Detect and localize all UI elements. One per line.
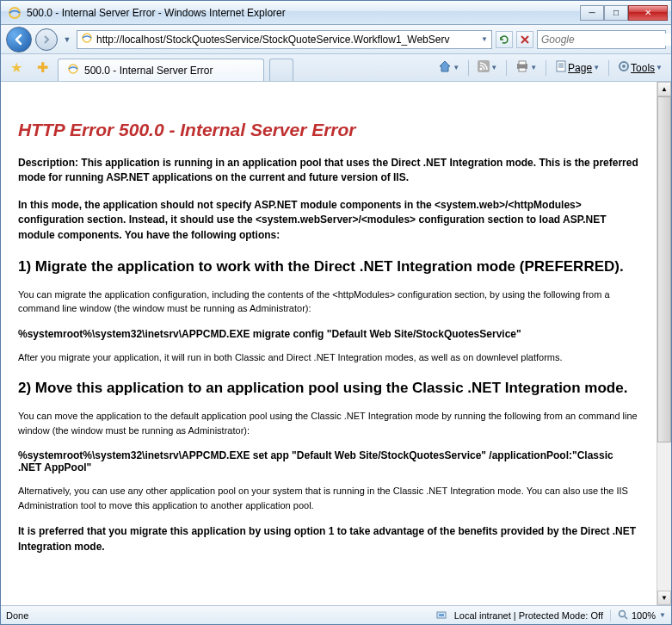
command-bar: ▼ ▼ ▼ Page ▼ bbox=[299, 58, 666, 77]
page-menu-label: Page bbox=[568, 62, 592, 74]
add-favorite-button[interactable]: ✚ bbox=[32, 57, 52, 77]
zoom-value: 100% bbox=[632, 610, 656, 621]
section-2-command: %systemroot%\system32\inetsrv\APPCMD.EXE… bbox=[18, 449, 639, 473]
section-1-command: %systemroot%\system32\inetsrv\APPCMD.EXE… bbox=[18, 328, 639, 340]
svg-rect-9 bbox=[519, 68, 526, 71]
scroll-down-button[interactable]: ▼ bbox=[657, 591, 671, 605]
internet-zone-icon bbox=[435, 609, 447, 622]
separator bbox=[608, 60, 609, 76]
page-menu[interactable]: Page ▼ bbox=[552, 59, 603, 77]
address-bar[interactable]: ▼ bbox=[77, 30, 492, 49]
section-2-para-1: You can move the application to the defa… bbox=[18, 409, 639, 437]
scroll-track[interactable] bbox=[657, 96, 671, 591]
zoom-control[interactable]: 100% ▼ bbox=[618, 610, 666, 622]
content-area: HTTP Error 500.0 - Internal Server Error… bbox=[1, 82, 671, 605]
address-dropdown[interactable]: ▼ bbox=[481, 35, 488, 43]
nav-history-dropdown[interactable]: ▼ bbox=[61, 31, 73, 48]
gear-icon bbox=[618, 60, 630, 75]
section-1-para-1: You can migrate the application configur… bbox=[18, 288, 639, 316]
search-box[interactable] bbox=[537, 30, 666, 49]
feeds-button[interactable]: ▼ bbox=[474, 59, 501, 77]
status-zone: Local intranet | Protected Mode: Off bbox=[454, 610, 603, 621]
zoom-icon bbox=[618, 610, 628, 622]
home-icon bbox=[438, 59, 452, 76]
svg-point-4 bbox=[69, 65, 77, 73]
page-icon bbox=[81, 32, 93, 46]
navbar: ▼ ▼ bbox=[1, 25, 671, 54]
svg-point-1 bbox=[83, 34, 91, 42]
tools-dropdown-icon: ▼ bbox=[656, 64, 663, 71]
maximize-button[interactable]: □ bbox=[604, 5, 628, 21]
svg-point-6 bbox=[480, 68, 483, 71]
final-recommendation: It is preferred that you migrate this ap… bbox=[18, 524, 639, 554]
forward-button[interactable] bbox=[35, 28, 58, 51]
home-dropdown-icon: ▼ bbox=[453, 64, 459, 71]
zoom-dropdown-icon: ▼ bbox=[659, 611, 666, 619]
window-controls: ─ □ ✕ bbox=[580, 5, 668, 21]
tools-menu-label: Tools bbox=[631, 62, 655, 74]
description-text: This application is running in an applic… bbox=[18, 157, 638, 183]
section-2-para-2: Alternatively, you can use any other app… bbox=[18, 484, 639, 512]
separator bbox=[468, 60, 469, 76]
description-label: Description: bbox=[18, 157, 78, 169]
section-1-heading: 1) Migrate the application to work with … bbox=[18, 258, 639, 275]
page-dropdown-icon: ▼ bbox=[593, 64, 600, 71]
back-button[interactable] bbox=[6, 27, 32, 53]
error-title: HTTP Error 500.0 - Internal Server Error bbox=[18, 120, 639, 140]
vertical-scrollbar[interactable]: ▲ ▼ bbox=[657, 82, 671, 605]
svg-point-15 bbox=[622, 65, 626, 68]
separator bbox=[506, 60, 507, 76]
url-input[interactable] bbox=[96, 34, 478, 46]
statusbar: Done Local intranet | Protected Mode: Of… bbox=[1, 605, 671, 624]
close-button[interactable]: ✕ bbox=[628, 5, 668, 21]
tab-icon bbox=[67, 63, 79, 77]
svg-point-18 bbox=[619, 610, 625, 616]
titlebar: 500.0 - Internal Server Error - Windows … bbox=[1, 1, 671, 25]
page-body: HTTP Error 500.0 - Internal Server Error… bbox=[1, 82, 657, 605]
stop-button[interactable] bbox=[516, 31, 533, 48]
print-icon bbox=[515, 60, 529, 75]
svg-rect-8 bbox=[519, 61, 526, 65]
error-description: Description: This application is running… bbox=[18, 156, 639, 186]
active-tab[interactable]: 500.0 - Internal Server Error bbox=[58, 59, 264, 81]
feeds-dropdown-icon: ▼ bbox=[490, 64, 497, 71]
scroll-thumb[interactable] bbox=[657, 96, 671, 442]
new-tab-button[interactable] bbox=[269, 59, 293, 81]
rss-icon bbox=[478, 60, 490, 75]
tools-menu[interactable]: Tools ▼ bbox=[614, 59, 666, 77]
section-1-para-2: After you migrate your application, it w… bbox=[18, 350, 639, 365]
window-title: 500.0 - Internal Server Error - Windows … bbox=[27, 7, 580, 19]
tab-title: 500.0 - Internal Server Error bbox=[84, 65, 213, 77]
svg-line-19 bbox=[625, 616, 627, 619]
svg-point-0 bbox=[9, 8, 20, 18]
error-description-2: In this mode, the application should not… bbox=[18, 198, 639, 243]
svg-rect-10 bbox=[557, 61, 565, 71]
print-button[interactable]: ▼ bbox=[512, 59, 540, 77]
status-text: Done bbox=[6, 610, 28, 621]
browser-window: 500.0 - Internal Server Error - Windows … bbox=[0, 0, 672, 625]
separator bbox=[610, 610, 611, 622]
refresh-button[interactable] bbox=[496, 31, 513, 48]
tabbar: ★ ✚ 500.0 - Internal Server Error ▼ ▼ bbox=[1, 54, 671, 82]
favorites-button[interactable]: ★ bbox=[6, 57, 27, 77]
svg-rect-17 bbox=[439, 614, 444, 616]
scroll-up-button[interactable]: ▲ bbox=[657, 82, 671, 96]
minimize-button[interactable]: ─ bbox=[580, 5, 604, 21]
section-2-heading: 2) Move this application to an applicati… bbox=[18, 380, 639, 397]
print-dropdown-icon: ▼ bbox=[530, 64, 537, 71]
home-button[interactable]: ▼ bbox=[435, 58, 463, 77]
app-icon bbox=[8, 6, 22, 20]
search-input[interactable] bbox=[541, 34, 671, 46]
page-menu-icon bbox=[555, 60, 567, 75]
separator bbox=[546, 60, 546, 76]
